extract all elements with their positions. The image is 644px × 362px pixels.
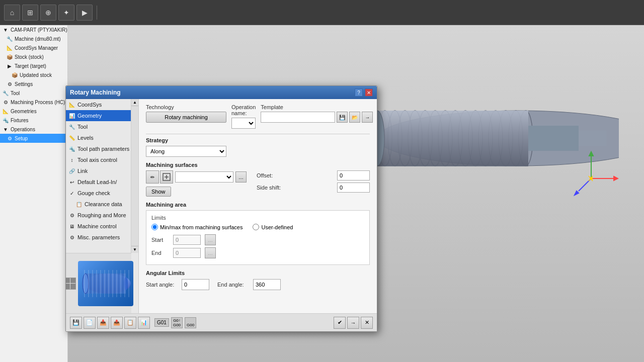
bottom-save-as-btn[interactable]: 📄: [84, 317, 96, 329]
gcode-labels: G01 G0↑ G00 G G00: [154, 317, 196, 328]
bottom-ok-btn[interactable]: ✔: [334, 317, 346, 329]
bottom-export-btn[interactable]: 📤: [111, 317, 123, 329]
technology-button[interactable]: Rotary machining: [146, 112, 226, 123]
tree-item-settings[interactable]: ⚙ Settings: [0, 79, 67, 88]
sidebar-scrollbar[interactable]: ▲ ▼: [131, 99, 138, 253]
thumbnail-area: [66, 253, 131, 313]
tree-item-machining-process[interactable]: ⚙ Machining Process (HC): [0, 98, 67, 107]
bottom-left-buttons: 💾 📄 📥 📤 📋 📊 G01 G0↑ G00 G G00: [70, 317, 196, 329]
side-shift-row: Side shift:: [257, 183, 370, 193]
bottom-copy-btn[interactable]: 📋: [124, 317, 136, 329]
sidebar-item-clearance[interactable]: 📋 Clearance data: [66, 199, 131, 210]
template-save-btn[interactable]: 💾: [337, 112, 348, 123]
toolbar-btn-play[interactable]: ▶: [76, 5, 93, 21]
machining-area-label: Machining area: [146, 202, 370, 208]
sidebar-item-coordsys[interactable]: 📐 CoordSys: [66, 99, 131, 110]
link-sidebar-icon: 🔗: [68, 167, 76, 175]
offset-input[interactable]: [337, 170, 370, 180]
tree-item-setup[interactable]: ⚙ Setup: [0, 134, 67, 143]
leadin-sidebar-icon: ↩: [68, 178, 76, 186]
sidebar-item-link[interactable]: 🔗 Link: [66, 165, 131, 176]
strategy-select[interactable]: AlongAcrossSpiral: [146, 146, 226, 157]
sidebar-item-machine-control[interactable]: 🖥 Machine control: [66, 221, 131, 232]
tree-item-stock[interactable]: 📦 Stock (stock): [0, 52, 67, 61]
screw-thumb-svg: [78, 261, 133, 306]
toolbar-btn-star[interactable]: ✦: [58, 5, 74, 21]
radio-userdefined-input[interactable]: [253, 224, 259, 230]
angular-limits-label: Angular Limits: [146, 270, 370, 276]
tree-item-machine[interactable]: 🔧 Machine (dmu80.mt): [0, 34, 67, 43]
sidebar-item-toolpath[interactable]: 🔩 Tool path parameters: [66, 143, 131, 154]
scroll-track: [131, 106, 138, 246]
thumbnail-grid-icon: [66, 278, 76, 290]
sidebar-item-roughing[interactable]: ⚙ Roughing and More: [66, 210, 131, 221]
tree-item-coordsys-manager[interactable]: 📐 CoordSys Manager: [0, 43, 67, 52]
template-label: Template: [261, 104, 373, 110]
offset-row: Offset:: [257, 170, 370, 180]
surfaces-edit-btn[interactable]: ✏: [146, 170, 159, 184]
end-angle-input[interactable]: [253, 279, 281, 290]
tree-item-operations[interactable]: ▼ Operations: [0, 125, 67, 134]
radio-userdefined[interactable]: User-defined: [253, 224, 293, 230]
coordsys-icon: 📐: [6, 44, 13, 51]
radio-minmax-input[interactable]: [151, 224, 158, 230]
bottom-import-btn[interactable]: 📥: [97, 317, 109, 329]
strategy-section: Strategy AlongAcrossSpiral: [146, 137, 370, 157]
sidebar-item-leadin[interactable]: ↩ Default Lead-In/: [66, 176, 131, 188]
radio-minmax[interactable]: Min/max from machining surfaces: [151, 224, 243, 230]
gcode-g0up: G0↑ G00: [171, 317, 183, 328]
toolbar-btn-target[interactable]: ⊕: [40, 5, 56, 21]
limits-title: Limits: [151, 215, 364, 221]
toolbar-btn-home[interactable]: ⌂: [4, 5, 20, 21]
operation-name-select[interactable]: [231, 118, 256, 129]
sidebar-item-levels[interactable]: 📏 Levels: [66, 132, 131, 143]
close-button[interactable]: ✕: [365, 88, 373, 97]
svg-rect-19: [528, 126, 579, 151]
end-row: End …: [151, 247, 364, 258]
template-load-btn[interactable]: 📂: [349, 112, 360, 123]
tree-item-geometries[interactable]: 📐 Geometries: [0, 107, 67, 116]
surfaces-more-btn[interactable]: …: [235, 171, 247, 183]
bottom-list-btn[interactable]: 📊: [138, 317, 150, 329]
sidebar-item-gouge[interactable]: ✓ Gouge check: [66, 188, 131, 199]
gouge-sidebar-icon: ✓: [68, 189, 76, 197]
bottom-cancel-btn[interactable]: ✕: [361, 317, 373, 329]
sidebar-item-misc[interactable]: ⚙ Misc. parameters: [66, 232, 131, 243]
header-divider: [146, 134, 370, 134]
scroll-up-btn[interactable]: ▲: [131, 99, 138, 106]
machine-icon: 🔧: [6, 35, 13, 42]
show-button[interactable]: Show: [146, 187, 171, 197]
rotary-machining-dialog: Rotary Machining ? ✕ 📐 CoordSys 📊 Geomet…: [65, 85, 377, 332]
template-arrow-btn[interactable]: →: [362, 112, 373, 123]
template-row: 💾 📂 →: [261, 112, 373, 123]
limits-section: Limits Min/max from machining surfaces U…: [146, 210, 370, 265]
sidebar-item-toolaxis[interactable]: ↕ Tool axis control: [66, 154, 131, 165]
help-button[interactable]: ?: [355, 88, 363, 97]
tree-item-updated-stock[interactable]: 📦 Updated stock: [0, 70, 67, 79]
svg-rect-32: [86, 274, 126, 294]
operations-icon: ▼: [2, 126, 9, 133]
svg-point-42: [83, 274, 89, 294]
side-shift-label: Side shift:: [257, 185, 297, 191]
sidebar-item-tool[interactable]: 🔧 Tool: [66, 121, 131, 132]
start-angle-input[interactable]: [182, 279, 209, 290]
scroll-down-btn[interactable]: ▼: [131, 246, 138, 253]
tree-item-campart[interactable]: ▼ CAM-PART (PTYXIAKIR): [0, 25, 67, 34]
gcode-g01: G01: [154, 318, 169, 327]
bottom-apply-btn[interactable]: →: [347, 317, 359, 329]
tree-item-tool[interactable]: 🔧 Tool: [0, 88, 67, 98]
sidebar-scroll[interactable]: 📐 CoordSys 📊 Geometry 🔧 Tool 📏 Levels: [66, 99, 131, 253]
tree-item-target[interactable]: ▶ Target (target): [0, 61, 67, 70]
toolbar-sep-1: [97, 6, 97, 20]
end-angle-label: End angle:: [217, 282, 250, 288]
surfaces-add-btn[interactable]: [160, 170, 173, 184]
surfaces-dropdown[interactable]: [175, 171, 233, 183]
operation-name-section: Operation name:: [231, 104, 256, 129]
template-input[interactable]: [261, 112, 335, 123]
side-shift-input[interactable]: [337, 183, 370, 193]
sidebar-item-geometry[interactable]: 📊 Geometry: [66, 110, 131, 121]
tree-item-fixtures[interactable]: 🔩 Fixtures: [0, 116, 67, 125]
machining-icon: ⚙: [2, 99, 9, 106]
bottom-save-btn[interactable]: 💾: [70, 317, 82, 329]
toolbar-btn-grid[interactable]: ⊞: [22, 5, 38, 21]
